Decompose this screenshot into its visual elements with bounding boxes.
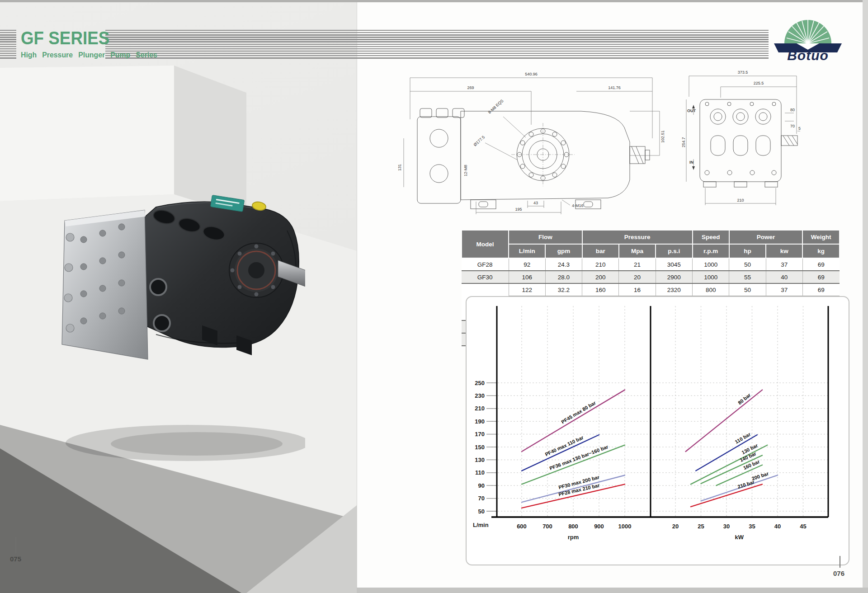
svg-text:30: 30 — [723, 523, 730, 530]
cad-side-view: 540.96 269 141.76 8-M8 EQS Ø177.5 12-M8 … — [382, 66, 680, 216]
svg-text:rpm: rpm — [568, 534, 579, 541]
spec-cell: 37 — [766, 258, 802, 271]
svg-text:20: 20 — [672, 523, 679, 530]
dim-bolt-callout: 8-M8 EQS — [487, 99, 505, 115]
svg-text:PF40 max 110 bar: PF40 max 110 bar — [544, 434, 585, 457]
dim-right: 141.76 — [608, 85, 621, 90]
spec-cell: 1000 — [693, 271, 729, 283]
page-number-left: 075 — [10, 555, 21, 563]
spec-cell: 106 — [509, 271, 545, 283]
spec-cell: 92 — [509, 258, 545, 271]
spec-cell: 2900 — [656, 271, 692, 283]
svg-text:35: 35 — [749, 523, 755, 530]
spec-cell: 210 — [582, 258, 619, 271]
unit-hp: hp — [729, 244, 766, 258]
table-row: GF3010628.02002029001000554069 — [462, 271, 840, 283]
unit-rpm: r.p.m — [693, 244, 729, 258]
unit-gpm: gpm — [545, 244, 582, 258]
svg-text:130: 130 — [475, 457, 485, 463]
table-units-row: L/min gpm bar Mpa p.s.i r.p.m hp kw kg — [462, 244, 840, 258]
col-flow: Flow — [509, 230, 582, 244]
dim-bolts-2: 12-M8 — [463, 165, 468, 176]
svg-text:110: 110 — [475, 469, 485, 476]
model-cell: GF30 — [462, 271, 509, 283]
col-model: Model — [462, 230, 509, 258]
spec-cell: 20 — [619, 271, 656, 283]
dim-rear-80: 80 — [790, 108, 795, 112]
spec-cell: 55 — [729, 271, 766, 283]
in-arrow-icon — [692, 166, 695, 170]
dim-foot: 43 — [533, 201, 538, 205]
svg-text:25: 25 — [698, 523, 704, 530]
spec-cell: 69 — [802, 258, 839, 271]
dim-rear-70: 70 — [790, 124, 795, 128]
spec-cell: 2320 — [656, 283, 692, 296]
page-number-right: 076 — [833, 569, 844, 577]
dim-thread: 4-M16 — [572, 203, 584, 208]
spec-cell: 28.0 — [545, 271, 582, 283]
spec-cell: 50 — [729, 283, 766, 296]
svg-text:150: 150 — [475, 444, 485, 451]
svg-text:230: 230 — [475, 392, 485, 399]
svg-text:1000: 1000 — [618, 523, 632, 530]
svg-text:210: 210 — [475, 405, 485, 412]
spec-cell: 40 — [766, 271, 802, 283]
spec-cell: 16 — [619, 283, 656, 296]
dim-total-width: 540.96 — [525, 72, 538, 76]
table-row: GF289224.32102130451000503769 — [462, 258, 840, 271]
svg-text:190: 190 — [475, 418, 485, 425]
dim-diameter: Ø177.5 — [473, 135, 486, 147]
svg-text:900: 900 — [594, 523, 604, 530]
in-port-label: IN — [689, 160, 693, 165]
spec-cell: 800 — [693, 283, 729, 296]
svg-text:45: 45 — [800, 523, 806, 530]
side-view-outline — [417, 108, 650, 209]
page-title: GF SERIES — [21, 28, 109, 48]
spec-cell: 37 — [766, 283, 802, 296]
spec-cell: 32.2 — [545, 283, 582, 296]
table-header-row: Model Flow Pressure Speed Power Weight — [462, 230, 840, 244]
dim-rear-base: 210 — [737, 198, 744, 202]
svg-text:50: 50 — [478, 508, 485, 515]
out-arrow-icon — [692, 105, 695, 108]
dim-rear-5: 5 — [798, 126, 801, 131]
svg-text:250: 250 — [475, 380, 485, 386]
logo-wordmark: Botuo — [787, 48, 829, 61]
page-subtitle: High Pressure Plunger Pump Series — [21, 51, 157, 59]
col-speed: Speed — [693, 230, 729, 244]
dim-rear-total: 373.5 — [738, 70, 748, 75]
spec-cell: 3045 — [656, 258, 692, 271]
col-power: Power — [729, 230, 803, 244]
col-weight: Weight — [802, 230, 839, 244]
header-stripes-right — [105, 30, 769, 60]
cad-rear-view: 373.5 225.5 254.7 80 70 5 210 OUT IN — [682, 68, 803, 213]
performance-chart: 2502302101901701501301109070506007008009… — [466, 296, 849, 565]
performance-chart-svg: 2502302101901701501301109070506007008009… — [467, 297, 849, 565]
svg-text:700: 700 — [542, 523, 552, 530]
dim-rear-height: 254.7 — [682, 137, 686, 147]
svg-text:200 bar: 200 bar — [751, 471, 769, 481]
svg-text:170: 170 — [475, 431, 485, 438]
botuo-logo: Botuo — [769, 15, 847, 61]
col-pressure: Pressure — [582, 230, 693, 244]
pump-product-image — [52, 172, 305, 466]
model-cell: GF28 — [462, 258, 509, 271]
page-bottom-edge — [357, 588, 868, 593]
footer-rule-right — [840, 556, 840, 568]
unit-kw: kw — [766, 244, 802, 258]
spec-cell: 24.3 — [545, 258, 582, 271]
unit-psi: p.s.i — [656, 244, 692, 258]
svg-text:800: 800 — [568, 523, 578, 530]
svg-text:80 bar: 80 bar — [737, 392, 752, 405]
side-view-centerlines — [511, 123, 575, 186]
spec-cell: 21 — [619, 258, 656, 271]
svg-text:90: 90 — [478, 482, 485, 489]
spec-cell: 160 — [582, 283, 619, 296]
footer-rule-left — [15, 537, 16, 553]
spec-cell: 122 — [509, 283, 545, 296]
unit-mpa: Mpa — [619, 244, 656, 258]
header-stripes-left — [0, 30, 16, 60]
dim-height-left: 131 — [397, 164, 402, 171]
pump-shadow-core — [111, 432, 283, 456]
unit-kg: kg — [802, 244, 839, 258]
